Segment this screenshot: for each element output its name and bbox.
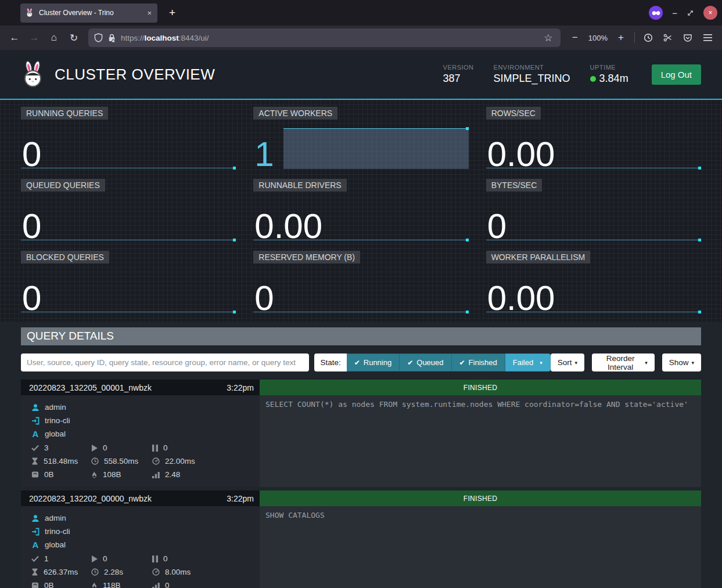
uptime-label: UPTIME: [590, 64, 628, 71]
sparkline: [486, 240, 701, 240]
trino-logo-bunny-icon: [21, 60, 45, 88]
panel-blocked-queries: BLOCKED QUERIES 0: [21, 251, 236, 316]
forward-icon[interactable]: →: [26, 29, 43, 46]
running-splits: 0: [103, 554, 107, 563]
toolbar-separator: [634, 33, 635, 43]
lock-warning-icon[interactable]: [107, 33, 116, 42]
query-id-link[interactable]: 20220823_132205_00001_nwbzk: [21, 383, 227, 392]
trino-favicon-bunny-icon: [25, 8, 34, 17]
panel-label: ROWS/SEC: [486, 107, 541, 120]
query-meta: admin trino-cli Aglobal 3 0 0 518.48ms 5…: [21, 395, 260, 487]
query-source: trino-cli: [45, 527, 70, 536]
query-sql-text: SHOW CATALOGS: [260, 506, 701, 588]
pocket-icon[interactable]: [679, 29, 696, 46]
query-id-bar: 20220823_132202_00000_nwbzk 3:22pm: [21, 490, 260, 506]
panel-rows-sec: ROWS/SEC 0.00: [486, 107, 701, 172]
tab-close-icon[interactable]: ×: [146, 9, 153, 17]
chevron-down-icon: ▾: [574, 360, 577, 366]
fire-icon: [91, 471, 98, 478]
shield-icon[interactable]: [94, 33, 103, 42]
query-filter-input[interactable]: [21, 353, 309, 371]
query-status-badge: FINISHED: [260, 490, 701, 506]
logout-button[interactable]: Log Out: [652, 64, 701, 85]
tab-title: Cluster Overview - Trino: [39, 9, 141, 17]
query-id-link[interactable]: 20220823_132202_00000_nwbzk: [21, 494, 227, 503]
uptime-stat: UPTIME 3.84m: [590, 64, 628, 85]
history-clock-icon[interactable]: [640, 29, 657, 46]
sparkline-endpoint: [698, 239, 701, 241]
current-memory: 0B: [44, 470, 54, 479]
panel-worker-parallelism: WORKER PARALLELISM 0.00: [486, 251, 701, 316]
queued-splits: 0: [163, 554, 168, 563]
window-close-button[interactable]: ×: [703, 6, 717, 20]
show-dropdown[interactable]: Show▾: [662, 353, 701, 371]
sparkline: [21, 240, 236, 240]
query-time: 3:22pm: [227, 383, 260, 392]
log-in-icon: [31, 417, 39, 425]
sparkline-endpoint: [466, 239, 469, 241]
screenshot-scissors-icon[interactable]: [659, 29, 677, 46]
menu-hamburger-icon[interactable]: [699, 29, 716, 46]
sparkline: [21, 312, 236, 312]
private-browsing-icon: [649, 6, 663, 20]
zoom-out-button[interactable]: −: [566, 29, 584, 46]
clock-icon: [91, 568, 99, 576]
cpu-time: 8.00ms: [165, 568, 191, 576]
url-bar[interactable]: https://localhost:8443/ui/ ☆: [88, 28, 561, 47]
chevron-down-icon: ▾: [691, 360, 694, 366]
panel-label: ACTIVE WORKERS: [253, 107, 337, 120]
gauge-icon: [152, 568, 160, 576]
bookmark-star-icon[interactable]: ☆: [542, 29, 555, 46]
clock-icon: [91, 457, 99, 465]
zoom-in-button[interactable]: +: [612, 29, 630, 46]
panel-label: BYTES/SEC: [486, 179, 543, 192]
sparkline-endpoint: [698, 167, 701, 169]
panel-value: 0: [22, 137, 41, 172]
state-failed-dropdown[interactable]: Failed▾: [505, 353, 551, 371]
reorder-interval-dropdown[interactable]: Reorder Interval▾: [592, 353, 655, 371]
uptime-value: 3.84m: [599, 73, 628, 85]
panel-running-queries: RUNNING QUERIES 0: [21, 107, 236, 172]
query-details-section: QUERY DETAILS State: ✔Running ✔Queued ✔F…: [0, 322, 722, 588]
back-icon[interactable]: ←: [6, 29, 23, 46]
panel-value: 0.00: [254, 209, 322, 244]
play-icon: [91, 555, 98, 562]
state-finished-button[interactable]: ✔Finished: [452, 353, 505, 371]
query-resource-group: global: [45, 540, 66, 549]
query-filter-row: State: ✔Running ✔Queued ✔Finished Failed…: [21, 353, 701, 371]
browser-tab[interactable]: Cluster Overview - Trino ×: [20, 3, 157, 23]
scale-icon: [31, 471, 39, 478]
zoom-level[interactable]: 100%: [586, 34, 610, 42]
state-running-button[interactable]: ✔Running: [347, 353, 400, 371]
hourglass-icon: [31, 457, 38, 465]
new-tab-button[interactable]: +: [166, 6, 179, 19]
chart-bars-icon: [152, 471, 160, 478]
query-details-title: QUERY DETAILS: [21, 327, 701, 345]
completed-splits: 1: [44, 554, 49, 563]
current-memory: 0B: [44, 581, 54, 588]
window-restore-button[interactable]: [687, 9, 694, 17]
state-filter-label: State:: [314, 353, 346, 371]
elapsed-time: 558.50ms: [104, 457, 138, 466]
panel-bytes-sec: BYTES/SEC 0: [486, 179, 701, 244]
browser-toolbar: ← → ⌂ ↻ https://localhost:8443/ui/ ☆ − 1…: [0, 26, 722, 50]
state-queued-button[interactable]: ✔Queued: [400, 353, 451, 371]
panel-label: WORKER PARALLELISM: [486, 251, 591, 264]
home-icon[interactable]: ⌂: [45, 29, 63, 46]
check-icon: [31, 555, 39, 562]
panel-value: 0: [487, 209, 507, 244]
completed-splits: 3: [44, 443, 49, 452]
query-user: admin: [45, 514, 66, 522]
play-icon: [91, 445, 98, 452]
sort-dropdown[interactable]: Sort▾: [551, 353, 584, 371]
pause-icon: [152, 555, 158, 562]
scale-icon: [31, 582, 39, 588]
window-minimize-button[interactable]: −: [672, 8, 677, 18]
url-text[interactable]: https://localhost:8443/ui/: [121, 34, 537, 42]
panel-value: 0.00: [487, 137, 555, 172]
environment-value: SIMPLE_TRINO: [494, 73, 570, 85]
panel-value: 0: [22, 209, 41, 244]
panel-label: BLOCKED QUERIES: [21, 251, 109, 264]
running-splits: 0: [103, 443, 107, 452]
reload-icon[interactable]: ↻: [65, 29, 82, 46]
